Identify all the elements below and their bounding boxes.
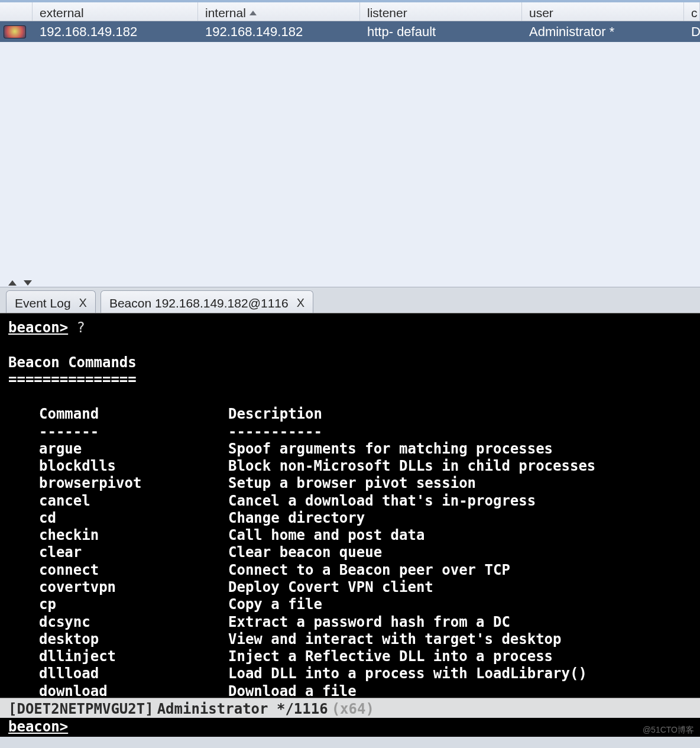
status-user: Administrator */1116: [157, 701, 328, 717]
cmd-desc: Deploy Covert VPN client: [228, 579, 433, 595]
cmd-name: dllload: [39, 665, 228, 682]
console-header-description: Description: [228, 406, 322, 422]
cmd-name: dllinject: [39, 648, 228, 665]
tab-beacon-label: Beacon 192.168.149.182@1116: [109, 296, 289, 310]
watermark: @51CTO博客: [643, 725, 694, 736]
console-section-rule: ===============: [8, 371, 137, 388]
console-entered: ?: [77, 319, 85, 336]
cmd-name: cancel: [39, 493, 228, 510]
tab-event-log[interactable]: Event Log X: [6, 290, 96, 313]
cmd-name: clear: [39, 544, 228, 561]
header-icon-col[interactable]: [0, 2, 33, 21]
cmd-desc: Cancel a download that's in-progress: [228, 493, 536, 509]
cmd-desc: Block non-Microsoft DLLs in child proces…: [228, 458, 595, 474]
cell-internal: 192.168.149.182: [198, 24, 360, 40]
cmd-name: download: [39, 683, 228, 698]
cell-overflow: D: [684, 24, 700, 40]
console-prompt: beacon>: [8, 319, 68, 336]
cmd-name: covertvpn: [39, 579, 228, 596]
console-input-line[interactable]: beacon> @51CTO博客: [0, 718, 700, 737]
cmd-name: cp: [39, 596, 228, 613]
cmd-name: browserpivot: [39, 475, 228, 492]
header-internal[interactable]: internal: [198, 2, 360, 21]
cmd-desc: Download a file: [228, 683, 357, 698]
beacon-icon: [4, 25, 26, 38]
header-overflow[interactable]: c: [684, 2, 700, 21]
tab-bar: Event Log X Beacon 192.168.149.182@1116 …: [0, 287, 700, 313]
cmd-name: cd: [39, 510, 228, 527]
status-bar: [DOET2NETPMVGU2T] Administrator */1116 (…: [0, 698, 700, 718]
close-icon[interactable]: X: [79, 296, 87, 310]
splitter-down-icon: [24, 280, 32, 286]
console-section-title: Beacon Commands: [8, 354, 137, 371]
console-command-list: argueSpoof arguments for matching proces…: [8, 441, 692, 698]
cell-user: Administrator *: [522, 24, 684, 40]
header-listener[interactable]: listener: [360, 2, 522, 21]
session-row[interactable]: 192.168.149.182 192.168.149.182 http- de…: [0, 21, 700, 42]
console-input-prompt: beacon>: [8, 718, 68, 735]
cmd-desc: Load DLL into a process with LoadLibrary…: [228, 665, 587, 682]
cmd-desc: Clear beacon queue: [228, 544, 382, 561]
status-arch: (x64): [332, 701, 374, 717]
cmd-name: connect: [39, 562, 228, 579]
session-icon-cell: [0, 25, 33, 38]
header-user[interactable]: user: [522, 2, 684, 21]
cmd-desc: Inject a Reflective DLL into a process: [228, 648, 553, 665]
console-header-command: Command: [39, 406, 228, 423]
cmd-desc: View and interact with target's desktop: [228, 631, 562, 647]
tab-event-log-label: Event Log: [15, 296, 71, 310]
cmd-name: desktop: [39, 631, 228, 648]
cmd-desc: Setup a browser pivot session: [228, 475, 476, 491]
cmd-desc: Change directory: [228, 510, 365, 526]
sessions-pane: external internal listener user c 192.16…: [0, 0, 700, 287]
header-internal-label: internal: [205, 6, 246, 20]
cmd-name: dcsync: [39, 614, 228, 631]
cell-listener: http- default: [360, 24, 522, 40]
splitter-handles[interactable]: [8, 280, 32, 286]
cmd-desc: Call home and post data: [228, 527, 424, 543]
sort-asc-icon: [249, 11, 257, 15]
tab-beacon[interactable]: Beacon 192.168.149.182@1116 X: [101, 290, 313, 313]
status-host: [DOET2NETPMVGU2T]: [8, 701, 154, 717]
beacon-console[interactable]: beacon> ? Beacon Commands ==============…: [0, 313, 700, 698]
cmd-name: argue: [39, 441, 228, 458]
close-icon[interactable]: X: [297, 296, 304, 310]
cmd-desc: Spoof arguments for matching processes: [228, 441, 553, 457]
sessions-header-row: external internal listener user c: [0, 0, 700, 21]
header-external[interactable]: external: [33, 2, 198, 21]
console-header-desc-rule: -----------: [228, 423, 322, 440]
cmd-name: checkin: [39, 527, 228, 544]
cmd-desc: Extract a password hash from a DC: [228, 614, 510, 630]
splitter-up-icon: [8, 280, 17, 286]
cmd-desc: Connect to a Beacon peer over TCP: [228, 562, 510, 578]
cmd-desc: Copy a file: [228, 596, 322, 613]
cell-external: 192.168.149.182: [33, 24, 198, 40]
cmd-name: blockdlls: [39, 458, 228, 475]
console-header-cmd-rule: -------: [39, 423, 228, 441]
